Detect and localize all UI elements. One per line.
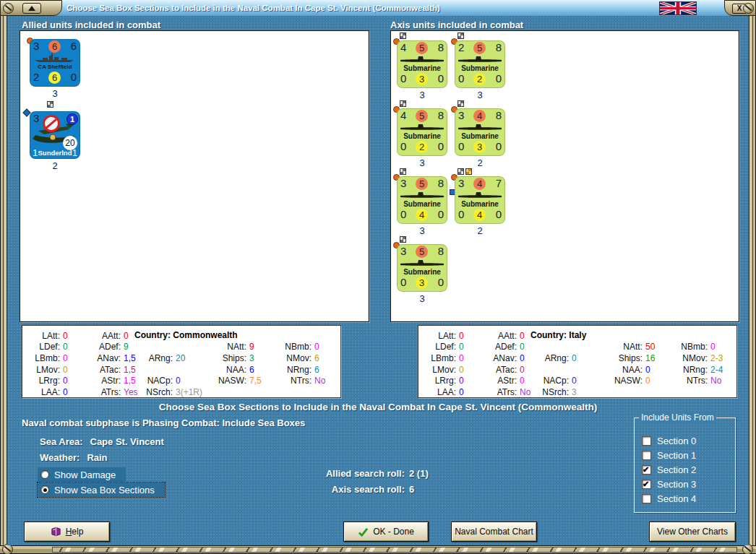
screw-icon — [3, 3, 14, 14]
section-3-checkbox[interactable] — [642, 480, 651, 489]
defense-factor-circle: 3 — [416, 73, 428, 85]
attack-factor-circle: 4 — [473, 178, 486, 190]
collapse-button[interactable] — [22, 3, 41, 14]
combat-heading: Choose Sea Box Sections to Include in th… — [7, 402, 749, 412]
stack-count: 3 — [30, 88, 80, 99]
unit-name: Submarine — [455, 64, 505, 72]
allied-search-roll-label: Allied search roll: — [253, 468, 405, 479]
stack-count: 3 — [397, 90, 447, 100]
defense-factor-circle: 3 — [473, 141, 486, 153]
defense-factor-circle: 4 — [416, 209, 428, 221]
unit-name: Submarine — [397, 268, 447, 276]
section-marker-icon — [47, 101, 53, 108]
axis-units-header: Axis units included in combat — [390, 20, 523, 30]
titlebar-left-corner — [0, 0, 62, 16]
naval-combat-chart-button[interactable]: Naval Combat Chart — [451, 521, 537, 542]
section-marker-icon — [400, 100, 406, 107]
section-0-checkbox[interactable] — [642, 436, 651, 446]
section-2-row[interactable]: Section 2 — [642, 463, 696, 476]
unit-name: Submarine — [397, 132, 447, 140]
allied-search-roll-value: 2 (1) — [409, 468, 429, 479]
submarine-silhouette-icon — [400, 191, 444, 199]
attack-factor-circle: 5 — [416, 178, 428, 190]
section-marker-icon — [458, 168, 464, 175]
defense-factor-circle: 2 — [473, 73, 486, 85]
section-2-checkbox[interactable] — [642, 465, 651, 475]
ok-done-button[interactable]: OK - Done — [343, 521, 429, 542]
hazard-stripes — [52, 547, 737, 553]
unit-name: Submarine — [397, 64, 447, 72]
titlebar-right-corner: X — [724, 0, 756, 16]
include-units-groupbox: Include Units From Section 0 Section 1 S… — [634, 417, 736, 513]
cruiser-silhouette-icon — [33, 53, 76, 63]
defense-factor-circle: 6 — [48, 72, 61, 84]
weather-line: Weather:Rain — [40, 452, 108, 463]
axis-stats-panel: Country: Italy LAtt:0 LDef:0 LBmb:0 LMov… — [418, 325, 737, 398]
window-frame-left — [0, 16, 7, 545]
subphase-label: Naval combat subphase is Phasing Combat:… — [22, 417, 305, 428]
search-rolls: Allied search roll:2 (1) Axis search rol… — [253, 468, 429, 500]
attack-factor-circle: 5 — [416, 42, 428, 54]
section-4-checkbox[interactable] — [642, 494, 651, 503]
window-frame-right — [749, 16, 756, 545]
asw-prohibited-icon — [43, 115, 60, 132]
allied-units-header: Allied units included in combat — [22, 20, 160, 30]
radio-icon — [40, 470, 49, 479]
title-bar: Choose Sea Box Sections to Include in th… — [0, 0, 756, 17]
dialog-content: Allied units included in combat Axis uni… — [7, 16, 749, 545]
unit-name: Submarine — [455, 200, 505, 208]
section-4-row[interactable]: Section 4 — [642, 492, 696, 505]
window-frame-bottom — [0, 545, 756, 554]
section-marker-icon — [458, 100, 464, 107]
unit-name: Submarine — [455, 132, 505, 140]
unit-name: CA Sheffield — [30, 64, 80, 70]
show-damage-radio[interactable]: Show Damage — [38, 467, 126, 482]
submarine-silhouette-icon — [400, 124, 444, 131]
weather-value: Rain — [87, 452, 107, 463]
defense-factor-circle: 3 — [416, 277, 428, 289]
stack-count: 3 — [397, 293, 447, 304]
section-1-checkbox[interactable] — [642, 451, 651, 460]
submarine-silhouette-icon — [400, 56, 444, 64]
view-other-charts-button[interactable]: View Other Charts — [649, 521, 736, 542]
sea-area-line: Sea Area:Cape St. Vincent — [40, 436, 164, 447]
section-marker-icon — [400, 236, 406, 243]
check-icon — [358, 527, 369, 537]
groupbox-title: Include Units From — [639, 412, 716, 423]
stack-count: 3 — [397, 157, 447, 168]
allied-units-panel: 3 6 6 CA Sheffield 2 6 0 3 — [20, 30, 369, 322]
radio-icon — [40, 485, 49, 494]
window-title: Choose Sea Box Sections to Include in th… — [66, 0, 440, 16]
screw-icon — [742, 544, 753, 554]
unit-name: Submarine — [397, 200, 447, 208]
screw-icon — [2, 544, 13, 554]
range-badge: 1 — [66, 113, 78, 125]
attack-factor-circle: 5 — [416, 246, 428, 258]
section-3-row[interactable]: Section 3 — [642, 477, 696, 490]
attack-factor-circle: 6 — [48, 40, 61, 53]
show-sea-box-sections-radio[interactable]: Show Sea Box Sections — [38, 482, 165, 497]
axis-search-roll-value: 6 — [409, 484, 414, 495]
section-marker-icon — [400, 168, 406, 175]
stack-count: 2 — [455, 157, 505, 168]
stack-count: 3 — [397, 225, 447, 236]
sea-area-value: Cape St. Vincent — [90, 436, 164, 447]
uk-flag-icon — [659, 1, 697, 15]
axis-units-panel: 4 5 8 Submarine 0 3 0 3 2 — [390, 30, 739, 322]
section-marker-icon — [400, 33, 406, 39]
stack-count: 3 — [455, 90, 505, 100]
stack-count: 2 — [455, 225, 505, 236]
submarine-silhouette-icon — [458, 124, 502, 131]
stack-count: 2 — [30, 160, 80, 171]
attack-factor-circle: 5 — [416, 110, 428, 122]
section-1-row[interactable]: Section 1 — [642, 449, 696, 462]
allied-stats-panel: Country: Commonwealth LAtt:0 LDef:0 LBmb… — [22, 325, 341, 398]
defense-factor-circle: 2 — [416, 141, 428, 153]
axis-search-roll-label: Axis search roll: — [253, 484, 405, 495]
section-0-row[interactable]: Section 0 — [642, 434, 696, 447]
submarine-silhouette-icon — [458, 56, 502, 64]
section-marker-icon — [458, 33, 464, 39]
submarine-silhouette-icon — [458, 191, 502, 199]
help-button[interactable]: Help — [24, 521, 110, 542]
screw-icon — [743, 3, 754, 14]
